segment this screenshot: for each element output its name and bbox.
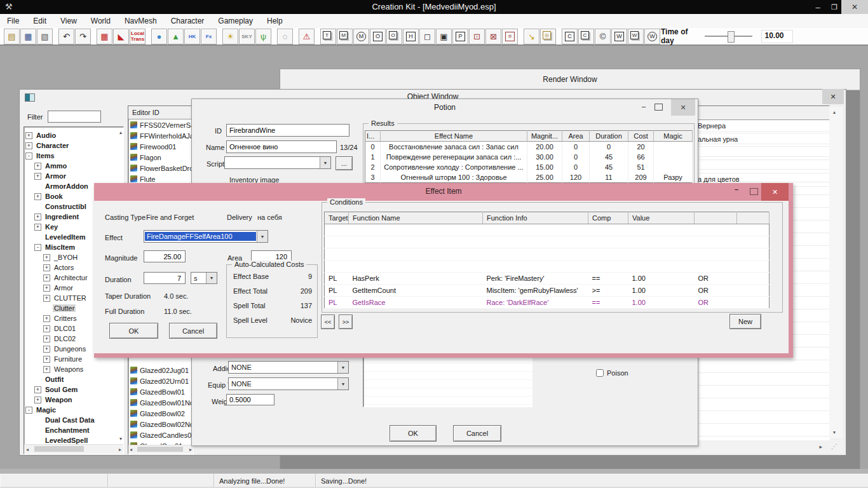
open-button[interactable]: ▤ [4,29,20,44]
tree-item[interactable]: + Soul Gem [24,384,123,395]
name-scroll-down-icon[interactable]: ▾ [833,430,836,436]
redo-button[interactable]: ↷ [75,29,91,44]
grass-button[interactable]: ψ [255,29,271,44]
list-item[interactable]: Glazed02Jug01 [128,365,193,376]
toolbar-spacer[interactable] [294,29,298,44]
tree-expander[interactable]: + [43,264,50,271]
warnings-button[interactable]: ⚠ [299,29,315,44]
cond-col-comp[interactable]: Comp [588,212,628,224]
editor-id-hscroll-thumb[interactable] [137,447,183,452]
conditions-table[interactable]: Target Function Name Function Info Comp … [324,212,770,309]
cell-c-button[interactable]: C [562,29,578,44]
tree-expander[interactable]: + [34,386,41,393]
potion-close-button[interactable]: ✕ [671,99,695,116]
tree-expander[interactable]: + [34,214,41,220]
condition-row[interactable]: PL GetItemCount MiscItem: 'gemRubyFlawle… [325,285,770,297]
chevron-down-icon[interactable]: ▼ [257,231,268,242]
preferences-button[interactable]: ▧ [37,29,53,44]
tree-item[interactable]: Enchantment [24,425,123,435]
material-cube-button[interactable]: M [337,29,353,44]
potion-cancel-button[interactable]: Cancel [453,425,501,442]
conditions-prev-button[interactable]: << [321,315,335,329]
list-item[interactable]: Glazed02Urn01 [128,376,193,386]
tree-scroll-up-icon[interactable]: ▴ [119,130,122,136]
menu-item[interactable]: Gameplay [211,14,260,28]
menu-item[interactable]: Help [260,14,290,28]
name-scroll-up-icon[interactable]: ▴ [833,109,836,116]
tree-item[interactable]: Outfit [24,374,123,384]
tree-expander[interactable]: + [43,254,50,261]
name-input[interactable] [226,140,337,153]
marker-h-button[interactable]: H [403,29,419,44]
tree-item[interactable]: - Magic [24,405,123,415]
bounds-box-button[interactable]: ▣ [436,29,452,44]
results-table[interactable]: I... Effect Name Magnit... Area Duration… [365,130,693,183]
list-item[interactable]: GlazedBowl01 [128,386,193,397]
condition-row[interactable]: PL GetIsRace Race: 'DarkElfRace' == 1.00… [325,297,770,309]
local-transform-button[interactable]: Local Trans [130,29,146,44]
filter-input[interactable] [48,111,101,123]
coin-cube-button[interactable]: ◎ [540,29,556,44]
results-col-cost[interactable]: Cost [628,131,654,142]
object-window-close-button[interactable]: ✕ [822,89,844,104]
tree-item[interactable]: + Armor [24,171,123,181]
toolbar-spacer[interactable] [272,29,276,44]
editor-id-header[interactable]: Editor ID [128,106,193,119]
name-scroll-right-icon[interactable]: ▸ [819,444,822,450]
tree-expander[interactable]: + [43,295,50,302]
addiction-combo[interactable]: NONE ▼ [228,361,349,374]
tree-expander[interactable]: + [34,163,41,170]
toolbar-spacer[interactable] [92,29,96,44]
duration-unit-combo[interactable]: s ▼ [191,272,217,284]
chevron-down-icon[interactable]: ▼ [337,362,348,373]
resize-grip-icon[interactable]: ⋰ [831,443,837,450]
time-of-day-slider[interactable] [705,36,753,37]
tree-expander[interactable]: + [43,356,50,363]
effect-item-minimize-button[interactable]: – [729,186,743,193]
fx-button[interactable]: Fx [201,29,217,44]
effect-item-maximize-button[interactable] [750,188,758,195]
results-col-magic[interactable]: Magic [654,131,693,142]
chevron-down-icon[interactable]: ▼ [206,273,217,283]
list-item[interactable]: FFWinterholdAJa [128,130,193,141]
lights-button[interactable]: ☀ [222,29,238,44]
tree-expander[interactable]: + [25,142,32,149]
editor-id-hscrollbar[interactable]: ◂ ▸ [128,445,193,454]
editor-id-scroll-right-icon[interactable]: ▸ [189,447,192,453]
time-of-day-slider-thumb[interactable] [728,31,735,43]
arrow-light-button[interactable]: ↘ [524,29,539,44]
tree-hscroll-thumb[interactable] [34,446,84,452]
tree-expander[interactable]: + [43,325,50,332]
cell-cube-button[interactable]: C [578,29,594,44]
tree-expander[interactable]: + [34,224,41,231]
effect-item-titlebar[interactable]: Effect Item – ✕ [94,183,793,201]
tree-expander[interactable]: - [25,152,32,159]
toolbar-spacer[interactable] [557,29,561,44]
potion-minimize-button[interactable]: – [637,102,651,110]
effect-combo[interactable]: FireDamageFFSelfArea100 ▼ [144,230,268,243]
object-box-button[interactable]: O [370,29,386,44]
snap-to-angle-button[interactable]: ◣ [113,29,129,44]
toolbar-spacer[interactable] [217,29,222,44]
texture-cube-button[interactable]: T [320,29,336,44]
results-col-effect-name[interactable]: Effect Name [381,131,527,142]
menu-item[interactable]: NavMesh [118,14,164,28]
weight-input[interactable] [226,394,275,405]
dialogue-button[interactable]: ◌ [277,29,293,44]
chevron-down-icon[interactable]: ▼ [337,378,348,390]
effect-ok-button[interactable]: OK [109,323,158,339]
script-browse-button[interactable]: ... [336,156,353,170]
toolbar-spacer[interactable] [53,29,58,44]
undo-button[interactable]: ↶ [58,29,74,44]
tree-expander[interactable]: + [43,346,50,353]
menu-item[interactable]: View [53,14,84,28]
cond-col-function-info[interactable]: Function Info [483,212,588,224]
results-col-area[interactable]: Area [562,131,590,142]
chevron-down-icon[interactable]: ▼ [320,157,330,168]
tree-item[interactable]: + Ammo [24,161,123,171]
effect-item-close-button[interactable]: ✕ [761,183,789,201]
cond-col-blank1[interactable] [695,212,737,224]
list-item[interactable]: GlazedBowl02No [128,419,193,430]
potion-ok-button[interactable]: OK [390,425,437,442]
key-button[interactable]: ¤ [502,29,518,44]
